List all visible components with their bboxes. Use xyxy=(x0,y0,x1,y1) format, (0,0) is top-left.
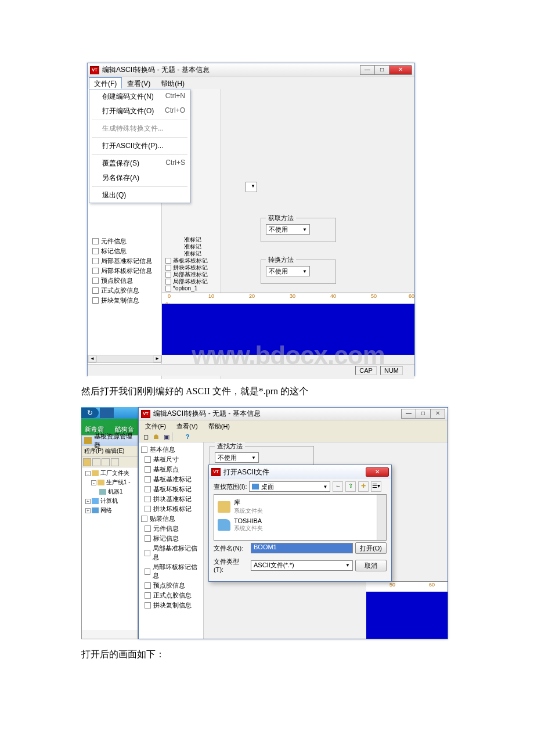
tree-item[interactable]: 拼块复制信息 xyxy=(140,600,202,610)
filetype-select[interactable]: ASCII文件(*.*)▼ xyxy=(251,560,353,571)
checkbox-icon[interactable] xyxy=(141,447,147,453)
tree-item[interactable]: 基板基准标记 xyxy=(140,474,202,484)
titlebar-2[interactable]: VT 编辑ASCII转换码 - 无题 - 基本信息 — □ ✕ xyxy=(139,408,448,420)
copy-icon[interactable] xyxy=(102,458,110,466)
tree-item[interactable]: 局部基准标记信息 xyxy=(88,256,161,266)
open-icon[interactable]: ☗ xyxy=(151,432,161,441)
small-dropdown[interactable] xyxy=(246,182,257,192)
titlebar-1[interactable]: VT 编辑ASCII转换码 - 无题 - 基本信息 — □ ✕ xyxy=(88,63,414,77)
start-icon[interactable]: ↻ xyxy=(81,408,99,418)
dialog-titlebar[interactable]: VT 打开ASCII文件 ✕ xyxy=(209,465,391,479)
tree-item[interactable]: 基板尺寸 xyxy=(140,455,202,465)
tree-item[interactable]: *option_1 xyxy=(162,285,221,292)
lookin-label: 查找范围(I): xyxy=(214,483,247,491)
tree-node[interactable]: -工厂文件夹 xyxy=(83,469,136,478)
newfolder-icon[interactable]: ✚ xyxy=(358,481,369,492)
menu-view[interactable]: 查看(V) xyxy=(171,420,203,431)
menu-open-code[interactable]: 打开编码文件(O)Ctrl+O xyxy=(89,104,190,118)
tree-item[interactable]: 标记信息 xyxy=(88,246,161,256)
tree-item[interactable]: 局部坏板标记 xyxy=(162,278,221,285)
menu-view[interactable]: 查看(V) xyxy=(122,77,156,89)
close-button[interactable]: ✕ xyxy=(389,65,412,75)
file-item[interactable]: 库系统文件夹 xyxy=(217,497,384,516)
checkbox-icon[interactable] xyxy=(92,268,99,274)
paste-icon[interactable] xyxy=(111,458,119,466)
tree-node[interactable]: -生产线1 - xyxy=(83,478,136,487)
menu-help[interactable]: 帮助(H) xyxy=(203,420,235,431)
menu-new[interactable]: 创建编码文件(N)Ctrl+N xyxy=(89,89,190,104)
menu-help[interactable]: 帮助(H) xyxy=(156,77,190,89)
tree-item[interactable]: 基板坏板标记 xyxy=(140,484,202,494)
tree-item[interactable]: 预点胶信息 xyxy=(88,276,161,286)
checkbox-icon[interactable] xyxy=(92,287,99,294)
tree-item[interactable]: 拼块坏板标记 xyxy=(162,264,221,271)
tree-item[interactable]: 基板坏板标记 xyxy=(162,257,221,264)
minimize-button[interactable]: — xyxy=(360,65,375,75)
menu-file[interactable]: 文件(F) xyxy=(140,420,171,431)
tree-item[interactable]: 正式点胶信息 xyxy=(140,591,202,600)
tree-item[interactable]: 局部坏板标记信息 xyxy=(88,266,161,276)
help-icon[interactable]: ? xyxy=(183,432,192,441)
panel-toolbar xyxy=(82,457,138,467)
menu-exit[interactable]: 退出(Q) xyxy=(89,188,190,203)
tree-item[interactable]: 局部基准标记信息 xyxy=(140,543,202,562)
checkbox-icon[interactable] xyxy=(92,238,99,244)
resource-tree: -工厂文件夹 -生产线1 - 机器1 +计算机 +网络 xyxy=(82,467,138,630)
tree-item[interactable]: 标记信息 xyxy=(140,534,202,543)
cancel-button[interactable]: 取消 xyxy=(355,560,387,571)
tree-item[interactable]: 基板原点 xyxy=(140,465,202,474)
tree-item[interactable]: 拼块基准标记 xyxy=(140,494,202,504)
screenshot-2: ↻ 新毒霸 酷狗音 基板资源管理器 程序(P) 编辑(E) -工厂文件夹 -生产… xyxy=(81,407,448,639)
filename-input[interactable]: BOOM1 xyxy=(251,543,353,553)
up-icon[interactable]: ⇧ xyxy=(345,481,356,492)
folder-icon xyxy=(218,519,230,531)
tree-item[interactable]: 拼块复制信息 xyxy=(88,296,161,305)
select-search[interactable]: 不使用 xyxy=(215,452,259,463)
taskbar-app-icon[interactable] xyxy=(100,408,114,418)
menu-file[interactable]: 文件(F) xyxy=(89,77,122,89)
tree-node[interactable]: +计算机 xyxy=(83,496,136,506)
tree-item[interactable]: 基本信息 xyxy=(140,445,202,455)
checkbox-icon[interactable] xyxy=(92,297,99,304)
menu-save-as[interactable]: 另名保存(A) xyxy=(89,171,190,185)
back-icon[interactable]: ← xyxy=(333,481,343,492)
inner-window: VT 编辑ASCII转换码 - 无题 - 基本信息 — □ ✕ 文件(F) 查看… xyxy=(138,407,448,639)
editor-area-2[interactable] xyxy=(366,592,448,639)
tree-item[interactable]: 局部基准标记 xyxy=(162,271,221,278)
tree-node[interactable]: 机器1 xyxy=(83,487,136,496)
filetype-label: 文件类型(T): xyxy=(214,557,248,573)
tree-item[interactable]: 元件信息 xyxy=(88,236,161,246)
tree-item[interactable]: 元件信息 xyxy=(140,524,202,534)
select-acquire[interactable]: 不使用 xyxy=(266,224,310,235)
tree-item[interactable]: 正式点胶信息 xyxy=(88,286,161,296)
views-icon[interactable]: ☰▾ xyxy=(371,481,381,492)
menu-save[interactable]: 覆盖保存(S)Ctrl+S xyxy=(89,156,190,171)
close-button[interactable]: ✕ xyxy=(430,409,445,419)
checkbox-icon[interactable] xyxy=(92,278,99,284)
open-icon[interactable] xyxy=(83,458,91,466)
dialog-close-button[interactable]: ✕ xyxy=(366,467,389,477)
tree-item[interactable]: 预点胶信息 xyxy=(140,581,202,591)
hscrollbar[interactable]: ◄► xyxy=(88,355,162,363)
new-icon[interactable]: ◻ xyxy=(141,432,150,441)
status-num: NUM xyxy=(380,366,403,375)
file-item[interactable]: TOSHIBA系统文件夹 xyxy=(217,516,384,534)
save-icon[interactable]: ▣ xyxy=(162,432,171,441)
vscrollbar[interactable] xyxy=(377,495,386,540)
file-list[interactable]: 库系统文件夹 TOSHIBA系统文件夹 xyxy=(214,494,387,541)
tree-item[interactable]: 拼块坏板标记 xyxy=(140,504,202,514)
menu-open-ascii[interactable]: 打开ASCII文件(P)... xyxy=(89,139,190,153)
tree-item[interactable]: 局部坏板标记信息 xyxy=(140,562,202,581)
lookin-select[interactable]: 桌面 xyxy=(249,481,330,492)
open-button[interactable]: 打开(O) xyxy=(355,542,387,554)
cut-icon[interactable] xyxy=(92,458,100,466)
select-transform[interactable]: 不使用 xyxy=(266,266,310,276)
minimize-button[interactable]: — xyxy=(401,409,416,419)
maximize-button[interactable]: □ xyxy=(416,409,431,419)
checkbox-icon[interactable] xyxy=(92,258,99,264)
tree-item[interactable]: 贴装信息 xyxy=(140,514,202,524)
menubar-2: 文件(F) 查看(V) 帮助(H) xyxy=(139,420,448,431)
tree-node[interactable]: +网络 xyxy=(83,506,136,515)
checkbox-icon[interactable] xyxy=(92,248,99,254)
maximize-button[interactable]: □ xyxy=(374,65,389,75)
